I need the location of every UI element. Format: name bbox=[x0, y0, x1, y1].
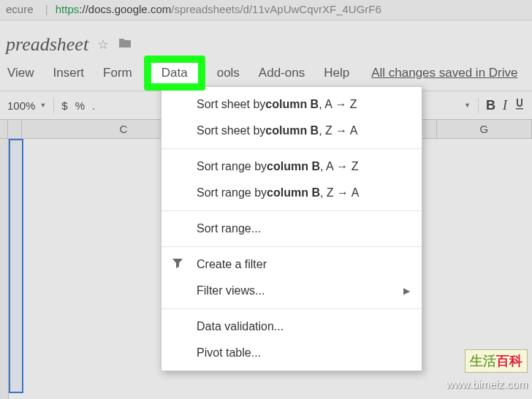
menu-filter-views[interactable]: Filter views... ▶ bbox=[162, 278, 422, 304]
italic-button[interactable]: I bbox=[503, 98, 507, 113]
format-currency-button[interactable]: $ bbox=[61, 99, 67, 112]
label-part: Sort sheet by bbox=[197, 124, 265, 137]
watermark-text: 百科 bbox=[496, 354, 522, 368]
label-bold: column B bbox=[265, 98, 319, 111]
star-icon[interactable]: ☆ bbox=[97, 37, 109, 53]
menu-sort-sheet-za[interactable]: Sort sheet by column B, Z → A bbox=[162, 118, 422, 144]
format-decimal-button[interactable]: . bbox=[92, 99, 95, 112]
toolbar-separator bbox=[478, 97, 479, 113]
url-path: /spreadsheets/d/11vApUwCqvrXF_4UGrF6 bbox=[171, 3, 381, 15]
row-numbers[interactable] bbox=[0, 139, 9, 399]
menu-data-validation[interactable]: Data validation... bbox=[162, 314, 422, 340]
watermark-text: 生活 bbox=[470, 354, 496, 368]
menu-separator bbox=[162, 308, 422, 309]
menu-create-filter[interactable]: Create a filter bbox=[162, 251, 422, 278]
format-percent-button[interactable]: % bbox=[75, 99, 85, 112]
document-header: preadsheet ☆ bbox=[0, 20, 532, 58]
label: Data validation... bbox=[197, 320, 284, 333]
menu-sort-range[interactable]: Sort range... bbox=[162, 216, 422, 242]
watermark-badge: 生活百科 bbox=[465, 349, 528, 373]
zoom-control[interactable]: 100% ▼ bbox=[7, 99, 46, 112]
menu-separator bbox=[162, 148, 422, 149]
menu-tools[interactable]: ools bbox=[217, 66, 240, 80]
selection-cursor bbox=[9, 139, 23, 393]
zoom-value: 100% bbox=[7, 99, 35, 112]
menu-sort-range-za[interactable]: Sort range by column B, Z → A bbox=[162, 180, 422, 206]
column-header[interactable] bbox=[8, 120, 22, 138]
url-scheme: https bbox=[56, 3, 80, 15]
menu-addons[interactable]: Add-ons bbox=[259, 66, 305, 80]
bold-button[interactable]: B bbox=[486, 98, 495, 113]
label: Create a filter bbox=[197, 258, 267, 271]
save-status[interactable]: All changes saved in Drive bbox=[371, 66, 517, 80]
data-menu-dropdown: Sort sheet by column B, A → Z Sort sheet… bbox=[161, 86, 422, 371]
label-part: , A → Z bbox=[320, 160, 358, 173]
label-part: Sort sheet by bbox=[197, 98, 265, 111]
label: Sort range... bbox=[197, 222, 261, 235]
secure-label: ecure bbox=[6, 3, 34, 15]
label-part: , Z → A bbox=[320, 186, 359, 200]
menu-sort-range-az[interactable]: Sort range by column B, A → Z bbox=[162, 153, 422, 180]
corner-cell[interactable] bbox=[0, 120, 8, 138]
label-part: Sort range by bbox=[197, 186, 267, 200]
submenu-arrow-icon: ▶ bbox=[403, 286, 410, 296]
label-part: , A → Z bbox=[319, 98, 357, 111]
menu-sort-sheet-az[interactable]: Sort sheet by column B, A → Z bbox=[162, 91, 422, 118]
label-bold: column B bbox=[267, 186, 320, 200]
folder-icon[interactable] bbox=[118, 37, 132, 53]
menu-pivot-table[interactable]: Pivot table... bbox=[162, 340, 422, 366]
browser-address-bar[interactable]: ecure | https://docs.google.com/spreadsh… bbox=[0, 0, 532, 20]
menu-data[interactable]: Data bbox=[151, 63, 198, 83]
url-host: ://docs.google.com bbox=[79, 3, 171, 15]
menu-separator bbox=[162, 246, 422, 247]
filter-icon bbox=[172, 257, 183, 272]
menu-format[interactable]: Form bbox=[103, 66, 132, 80]
watermark-url: www.bimeiz.com bbox=[446, 378, 528, 390]
menu-help[interactable]: Help bbox=[324, 66, 349, 80]
column-header-g[interactable]: G bbox=[437, 120, 532, 138]
label-part: Sort range by bbox=[197, 160, 267, 173]
label: Filter views... bbox=[197, 284, 265, 297]
address-divider: | bbox=[45, 3, 48, 15]
underline-button[interactable] bbox=[514, 98, 525, 113]
label: Pivot table... bbox=[197, 346, 261, 360]
label-part: , Z → A bbox=[319, 124, 357, 137]
chevron-down-icon: ▼ bbox=[39, 102, 46, 109]
label-bold: column B bbox=[267, 160, 320, 173]
label-bold: column B bbox=[265, 124, 319, 137]
document-title[interactable]: preadsheet bbox=[6, 34, 88, 56]
menu-view[interactable]: View bbox=[7, 66, 34, 80]
toolbar-separator bbox=[53, 97, 54, 113]
chevron-down-icon[interactable]: ▼ bbox=[464, 102, 471, 109]
menu-insert[interactable]: Insert bbox=[53, 66, 85, 80]
menu-separator bbox=[162, 210, 422, 211]
